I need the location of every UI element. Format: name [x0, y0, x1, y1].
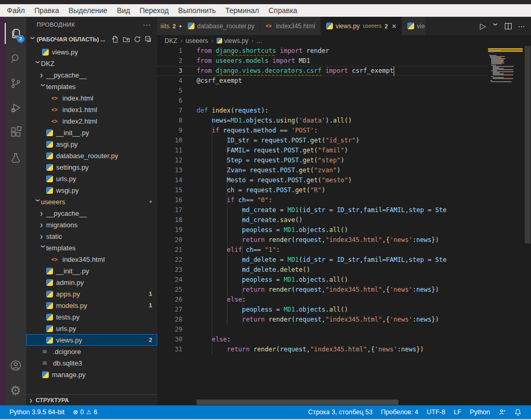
tree-item-apps-py[interactable]: apps.py1: [26, 288, 157, 300]
menu-вид[interactable]: Вид: [112, 6, 135, 15]
collapse-all-icon[interactable]: [145, 36, 152, 43]
tree-item-index2-html[interactable]: <>index2.html: [26, 115, 157, 127]
code-line-15[interactable]: 15 ch = request.POST.get("R"): [157, 185, 487, 195]
tab-vie[interactable]: vie: [402, 17, 426, 35]
code-line-8[interactable]: 8 news=MD1.objects.using('daata').all(): [157, 116, 487, 126]
tree-item-tests-py[interactable]: tests.py: [26, 311, 157, 323]
source-control-icon[interactable]: [5, 73, 26, 94]
run-dropdown-icon[interactable]: ❯: [493, 23, 499, 29]
tab-iiits[interactable]: iiits2●: [157, 17, 182, 35]
tab-close-icon[interactable]: ×: [392, 22, 396, 30]
code-line-19[interactable]: 19 peopless = MD1.objects.all(): [157, 225, 487, 235]
code-line-22[interactable]: 22 md_delete = MD1(id_str = ID_str,famil…: [157, 255, 487, 265]
menu-файл[interactable]: Файл: [2, 6, 29, 15]
tree-item-migrations[interactable]: ❯migrations: [26, 219, 157, 230]
code-line-14[interactable]: 14 Mesto = request.POST.get("mesto"): [157, 175, 487, 185]
run-debug-icon[interactable]: [5, 97, 26, 118]
code-line-23[interactable]: 23 md_delete.delete(): [157, 265, 487, 275]
code-line-26[interactable]: 26 else:: [157, 295, 487, 305]
code-line-28[interactable]: 28 return render(request,"index345.html"…: [157, 315, 487, 325]
status-indentation[interactable]: Пробелов: 4: [377, 408, 422, 416]
code-line-27[interactable]: 27 peopless = MD1.objects.all(): [157, 305, 487, 315]
explorer-icon[interactable]: 2: [5, 23, 26, 44]
tree-item-static[interactable]: ❯static: [26, 230, 157, 242]
extensions-icon[interactable]: [5, 122, 26, 143]
tree-item--dcignore[interactable]: ≡.dcignore: [26, 346, 157, 357]
notifications-bell-icon[interactable]: [510, 408, 526, 416]
code-line-9[interactable]: 9 if request.method == 'POST':: [157, 126, 487, 136]
search-icon[interactable]: [5, 48, 26, 69]
settings-gear-icon[interactable]: ⚙: [5, 380, 26, 401]
menu-выделение[interactable]: Выделение: [64, 6, 112, 15]
status-eol[interactable]: LF: [449, 408, 465, 416]
tree-item-settings-py[interactable]: settings.py: [26, 161, 157, 173]
tree-item-database-roouter-py[interactable]: database_roouter.py: [26, 150, 157, 161]
code-line-1[interactable]: 1from django.shortcuts import render: [157, 46, 487, 56]
menu-выполнить[interactable]: Выполнить: [174, 6, 221, 15]
tab-index345-html[interactable]: <>index345.html: [260, 17, 321, 35]
code-line-17[interactable]: 17 md_create = MD1(id_str = ID_str,famil…: [157, 205, 487, 215]
tree-item-asgi-py[interactable]: asgi.py: [26, 138, 157, 150]
split-editor-icon[interactable]: [505, 23, 512, 29]
vertical-scrollbar-thumb[interactable]: [525, 46, 530, 244]
menu-справка[interactable]: Справка: [264, 6, 302, 15]
new-file-icon[interactable]: [112, 36, 119, 43]
tree-item--pycache-[interactable]: ❯__pycache__: [26, 69, 157, 81]
refresh-icon[interactable]: [134, 36, 141, 43]
tree-item-views-py[interactable]: views.py2: [26, 334, 157, 346]
tree-item-dkz[interactable]: ❯DKZ: [26, 58, 157, 69]
tree-item-db-sqlite3[interactable]: ≡db.sqlite3: [26, 357, 157, 369]
run-python-file-icon[interactable]: ▷: [480, 21, 486, 31]
menu-терминал[interactable]: Терминал: [221, 6, 264, 15]
tree-item-admin-py[interactable]: admin.py: [26, 277, 157, 288]
tree-item-urls-py[interactable]: urls.py: [26, 323, 157, 334]
status-cursor-position[interactable]: Строка 3, столбец 53: [304, 408, 377, 416]
code-line-30[interactable]: 30 else:: [157, 335, 487, 345]
status-python-version[interactable]: Python 3.9.5 64-bit: [5, 408, 69, 416]
code-line-29[interactable]: 29: [157, 325, 487, 335]
tab-views-py[interactable]: views.pyuseeers2×: [321, 17, 402, 35]
code-line-31[interactable]: 31 return render(request,"index345.html"…: [157, 345, 487, 355]
feedback-icon[interactable]: [494, 408, 510, 416]
code-line-18[interactable]: 18 md_create.save(): [157, 215, 487, 225]
horizontal-scrollbar[interactable]: [197, 400, 398, 405]
code-line-7[interactable]: 7def index(request):: [157, 106, 487, 116]
tree-item-wsgi-py[interactable]: wsgi.py: [26, 184, 157, 196]
outline-section-header[interactable]: ❯ СТРУКТУРА: [26, 394, 157, 405]
code-line-21[interactable]: 21 elif ch== "1":: [157, 245, 487, 255]
code-line-6[interactable]: 6: [157, 96, 487, 106]
tree-item-urls-py[interactable]: urls.py: [26, 173, 157, 184]
tree-item--pycache-[interactable]: ❯__pycache__: [26, 207, 157, 219]
code-line-25[interactable]: 25 return render(request,"index345.html"…: [157, 285, 487, 295]
tree-item--init-py[interactable]: __init__.py: [26, 127, 157, 138]
code-line-3[interactable]: 3from django.views.decorators.csrf impor…: [157, 66, 487, 76]
menu-переход[interactable]: Переход: [135, 6, 174, 15]
tree-item-views-py[interactable]: views.py: [26, 46, 157, 58]
code-line-4[interactable]: 4@csrf_exempt: [157, 76, 487, 86]
breadcrumb--[interactable]: ...: [257, 37, 262, 45]
code-line-20[interactable]: 20 return render(request,"index345.html"…: [157, 235, 487, 245]
tab-database-roouter-py[interactable]: database_roouter.py: [182, 17, 260, 35]
minimap[interactable]: [487, 46, 524, 381]
vertical-scrollbar[interactable]: [524, 46, 531, 405]
code-line-2[interactable]: 2from useeers.models import MD1: [157, 56, 487, 66]
tree-item-index-html[interactable]: <>index.html: [26, 92, 157, 104]
code-line-13[interactable]: 13 Zvan= request.POST.get("zvan"): [157, 165, 487, 175]
breadcrumb-useeers[interactable]: useeers: [186, 37, 208, 45]
explorer-more-icon[interactable]: ···: [143, 20, 151, 29]
code-line-10[interactable]: 10 ID_str = request.POST.get("id_str"): [157, 136, 487, 146]
account-icon[interactable]: [5, 355, 26, 376]
tree-item-useeers[interactable]: ❯useeers●: [26, 196, 157, 207]
testing-icon[interactable]: [5, 148, 26, 169]
status-problems[interactable]: ⊗ 0 ⚠ 6: [69, 408, 102, 416]
code-area[interactable]: 1from django.shortcuts import render2fro…: [157, 46, 531, 405]
editor-more-icon[interactable]: ⋯: [518, 22, 526, 30]
tree-item-models-py[interactable]: models.py1: [26, 300, 157, 311]
tree-item-templates[interactable]: ❯templates: [26, 242, 157, 253]
code-line-11[interactable]: 11 FAMIL= request.POST.get("famil"): [157, 146, 487, 156]
menu-правка[interactable]: Правка: [29, 6, 63, 15]
tree-item--init-py[interactable]: __init__.py: [26, 265, 157, 277]
code-line-12[interactable]: 12 Step = request.POST.get("step"): [157, 156, 487, 165]
workspace-section-header[interactable]: ❯ (РАБОЧАЯ ОБЛАСТЬ) ...: [26, 32, 157, 46]
status-encoding[interactable]: UTF-8: [422, 408, 449, 416]
